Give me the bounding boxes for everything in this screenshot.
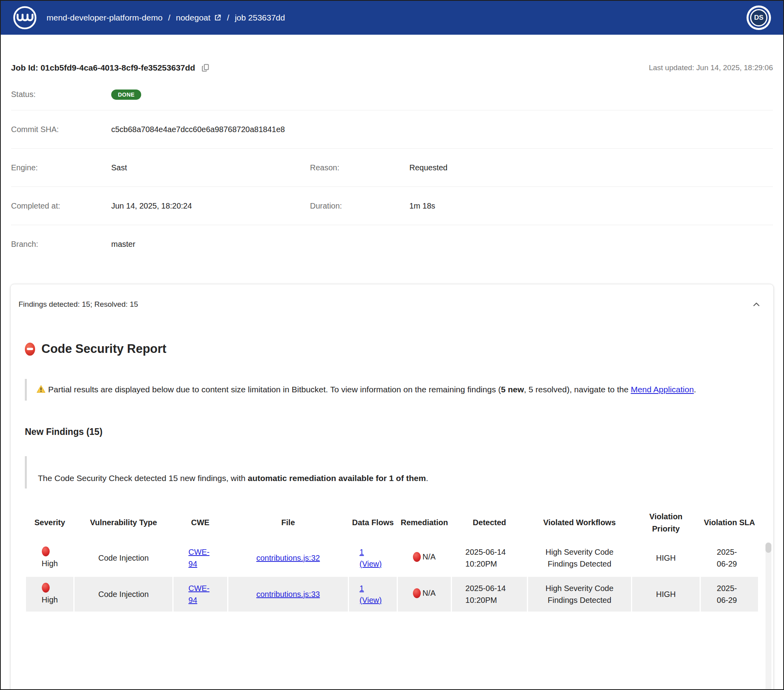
severity-text: High [42, 594, 58, 606]
severity-cell: High [26, 541, 73, 575]
col-cwe: CWE [174, 507, 227, 539]
col-file: File [228, 507, 348, 539]
findings-card-header[interactable]: Findings detected: 15; Resolved: 15 [11, 284, 773, 310]
cwe-link[interactable]: CWE-94 [189, 582, 212, 606]
branch-value: master [111, 240, 310, 249]
remediation-cell: N/A [398, 577, 451, 612]
breadcrumb: mend-developer-platform-demo / nodegoat … [47, 13, 285, 22]
data-flows-cell: 1 (View) [349, 541, 396, 575]
findings-table: Severity Vulnerability Type CWE File Dat… [25, 505, 759, 613]
vertical-scrollbar[interactable] [765, 543, 771, 690]
completed-label: Completed at: [11, 201, 111, 211]
detected-cell: 2025-06-14 10:20PM [452, 577, 527, 612]
commit-row: Commit SHA: c5cb68a7084e4ae7dcc60e6a9876… [11, 110, 773, 149]
breadcrumb-repo[interactable]: nodegoat [176, 13, 222, 22]
violated-workflows-cell: High Severity Code Findings Detected [528, 577, 631, 612]
red-circle-icon [413, 552, 421, 562]
table-row: High Code Injection CWE-94 contributions… [26, 541, 758, 575]
warning-text-bold: 5 new [501, 385, 524, 394]
breadcrumb-separator: / [227, 13, 230, 22]
breadcrumb-separator: / [168, 13, 170, 22]
cwe-cell: CWE-94 [174, 541, 227, 575]
branch-label: Branch: [11, 240, 111, 249]
col-vulnerability-type: Vulnerability Type [75, 507, 172, 539]
status-label: Status: [11, 90, 111, 99]
col-remediation: Remediation [398, 507, 451, 539]
sla-text: 2025-06-29 [717, 582, 742, 606]
red-circle-icon [42, 583, 50, 593]
completed-duration-row: Completed at: Jun 14, 2025, 18:20:24 Dur… [11, 187, 773, 225]
col-detected: Detected [452, 507, 527, 539]
detected-text: 2025-06-14 10:20PM [465, 546, 513, 570]
no-entry-icon [25, 343, 35, 356]
warning-text-pre: Partial results are displayed below due … [48, 385, 501, 394]
chevron-up-icon[interactable] [751, 299, 762, 310]
reason-value: Requested [409, 163, 773, 172]
reason-label: Reason: [310, 163, 409, 172]
breadcrumb-job: job 253637dd [235, 13, 285, 22]
report-title: Code Security Report [25, 342, 759, 356]
warning-icon [36, 383, 46, 391]
red-circle-icon [42, 546, 50, 556]
sla-text: 2025-06-29 [717, 546, 742, 570]
branch-row: Branch: master [11, 225, 773, 263]
file-cell: contributions.js:32 [228, 541, 348, 575]
file-link[interactable]: contributions.js:33 [256, 590, 320, 599]
vulnerability-type-cell: Code Injection [75, 577, 172, 612]
last-updated-text: Last updated: Jun 14, 2025, 18:29:06 [649, 63, 773, 72]
page: { "colors": { "navbar_blue": "#1b3e8e", … [0, 0, 784, 690]
user-avatar[interactable]: DS [750, 9, 767, 26]
breadcrumb-project[interactable]: mend-developer-platform-demo [47, 13, 162, 22]
duration-label: Duration: [310, 201, 409, 211]
top-navbar: mend-developer-platform-demo / nodegoat … [1, 1, 783, 35]
violated-workflows-cell: High Severity Code Findings Detected [528, 541, 631, 575]
intro-text-post: . [426, 474, 428, 483]
job-id-text: Job Id: 01cb5fd9-4ca6-4013-8cf9-fe352536… [11, 63, 195, 73]
findings-intro-quote: The Code Security Check detected 15 new … [25, 456, 759, 489]
duration-value: 1m 18s [409, 201, 773, 211]
engine-value: Sast [111, 163, 310, 172]
warning-text-mid: , 5 resolved), navigate to the [524, 385, 631, 394]
job-id-row: Job Id: 01cb5fd9-4ca6-4013-8cf9-fe352536… [11, 63, 773, 73]
findings-card: Findings detected: 15; Resolved: 15 Code… [10, 284, 774, 690]
intro-text-bold: automatic remediation available for 1 of… [248, 474, 426, 483]
detected-text: 2025-06-14 10:20PM [465, 582, 513, 606]
file-link[interactable]: contributions.js:32 [256, 554, 320, 562]
vulnerability-type-cell: Code Injection [75, 541, 172, 575]
mend-application-link[interactable]: Mend Application [631, 385, 694, 394]
violation-priority-cell: HIGH [632, 541, 700, 575]
red-circle-icon [413, 588, 421, 598]
severity-text: High [42, 558, 58, 569]
report-body: Code Security Report Partial results are… [11, 342, 773, 613]
file-cell: contributions.js:33 [228, 577, 348, 612]
partial-results-callout: Partial results are displayed below due … [25, 379, 747, 401]
engine-label: Engine: [11, 163, 111, 172]
findings-summary-text: Findings detected: 15; Resolved: 15 [19, 300, 138, 309]
commit-label: Commit SHA: [11, 125, 111, 134]
table-row: High Code Injection CWE-94 contributions… [26, 577, 758, 612]
breadcrumb-repo-label: nodegoat [176, 13, 211, 22]
remediation-text: N/A [422, 587, 435, 599]
remediation-text: N/A [422, 551, 435, 563]
col-violated-workflows: Violated Workflows [528, 507, 631, 539]
violation-sla-cell: 2025-06-29 [701, 541, 758, 575]
job-details-section: Job Id: 01cb5fd9-4ca6-4013-8cf9-fe352536… [1, 63, 783, 263]
data-flows-link[interactable]: 1 (View) [360, 546, 386, 570]
commit-value: c5cb68a7084e4ae7dcc60e6a98768720a81841e8 [111, 125, 310, 134]
severity-cell: High [26, 577, 73, 612]
scrollbar-thumb[interactable] [765, 543, 771, 553]
cwe-link[interactable]: CWE-94 [189, 546, 212, 570]
new-findings-heading: New Findings (15) [25, 427, 759, 437]
col-data-flows: Data Flows [349, 507, 396, 539]
remediation-cell: N/A [398, 541, 451, 575]
mend-logo-icon[interactable] [13, 6, 37, 30]
completed-value: Jun 14, 2025, 18:20:24 [111, 201, 310, 211]
copy-icon[interactable] [201, 63, 210, 73]
col-violation-sla: Violation SLA [701, 507, 758, 539]
warning-text-post: . [694, 385, 696, 394]
data-flows-link[interactable]: 1 (View) [360, 582, 386, 606]
intro-text-pre: The Code Security Check detected 15 new … [38, 474, 248, 483]
report-title-text: Code Security Report [41, 342, 166, 356]
cwe-cell: CWE-94 [174, 577, 227, 612]
external-link-icon [214, 14, 222, 22]
